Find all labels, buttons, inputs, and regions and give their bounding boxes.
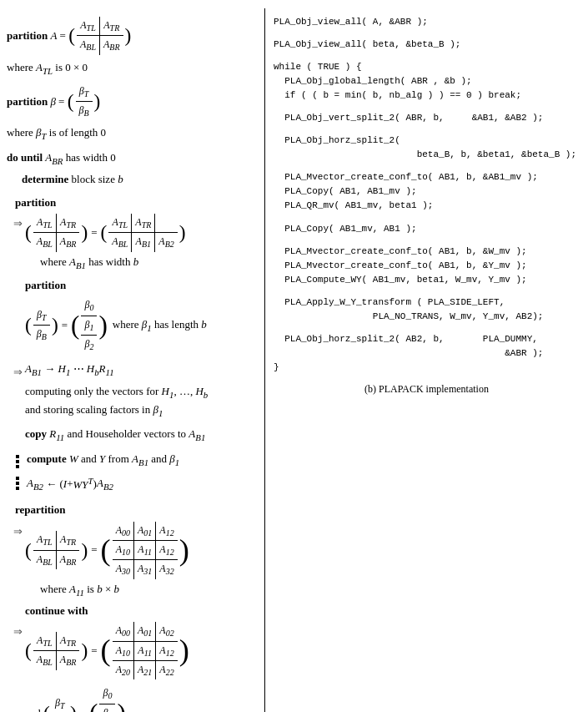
partition-a-label: partition A = ( ATL ATR ABL ABR ) xyxy=(7,17,256,55)
step2-row: ( βT βB ) = ( β0 β1 β2 ) where β1 has le… xyxy=(10,295,256,356)
code-line: PLA_Obj_horz_split_2( AB2, b, PLA_DUMMY, xyxy=(274,332,580,346)
code-line: &ABR ); xyxy=(274,346,580,361)
copy-line: copy R11 and Householder vectors to AB1 xyxy=(25,426,256,444)
code-line xyxy=(274,29,580,38)
code-line: beta_B, b, &beta1, &beta_B ); xyxy=(274,148,580,162)
code-line: PLA_Apply_W_Y_transform ( PLA_SIDE_LEFT, xyxy=(274,295,580,310)
code-line: PLA_Copy( AB1_mv, AB1 ); xyxy=(274,222,580,236)
code-line xyxy=(274,52,580,60)
right-panel: PLA_Obj_view_all( A, &ABR );PLA_Obj_view… xyxy=(265,8,588,712)
right-caption: (b) PLAPACK implementation xyxy=(274,381,580,397)
code-line: PLA_Obj_vert_split_2( ABR, b, &AB1, &AB2… xyxy=(274,111,580,125)
code-line xyxy=(274,236,580,245)
code-line: } xyxy=(274,361,580,375)
step4-row: compute W and Y from AB1 and β1 xyxy=(10,451,256,469)
storing-line: and storing scaling factors in β1 xyxy=(25,401,256,420)
code-line xyxy=(274,287,580,295)
where-a11: where A11 is b × b xyxy=(40,581,256,599)
code-line xyxy=(274,162,580,170)
where-a-tl: where ATL is 0 × 0 xyxy=(7,59,256,78)
repartition-label: repartition xyxy=(15,502,256,518)
where-beta-t: where βT is of length 0 xyxy=(7,124,256,143)
code-line: PLA_Mvector_create_conf_to( AB1, b, &AB1… xyxy=(274,170,580,184)
code-line: PLA_Obj_view_all( beta, &beta_B ); xyxy=(274,38,580,52)
code-line xyxy=(274,125,580,134)
code-line: PLA_NO_TRANS, W_mv, Y_mv, AB2); xyxy=(274,310,580,324)
code-line: PLA_Mvector_create_conf_to( AB1, b, &W_m… xyxy=(274,245,580,259)
code-line xyxy=(274,214,580,222)
code-line: PLA_Obj_horz_split_2( xyxy=(274,134,580,148)
inner-partition-label: partition xyxy=(15,194,256,211)
code-line: while ( TRUE ) { xyxy=(274,60,580,74)
code-line: PLA_Mvector_create_conf_to( AB1, b, &Y_m… xyxy=(274,259,580,273)
left-panel: partition A = ( ATL ATR ABL ABR ) where … xyxy=(0,8,265,712)
determine-line: determine block size b xyxy=(22,171,256,188)
code-line: PLA_Compute_WY( AB1_mv, beta1, W_mv, Y_m… xyxy=(274,273,580,287)
code-line: if ( ( b = min( b, nb_alg ) ) == 0 ) bre… xyxy=(274,88,580,103)
step1-row: ⇒ ( ATL ATR ABL ABR ) = xyxy=(10,212,256,272)
inner-partition-beta: partition xyxy=(25,277,256,294)
code-line xyxy=(274,324,580,332)
where-a-b1: where AB1 has width b xyxy=(40,254,256,272)
code-line: PLA_Obj_view_all( A, &ABR ); xyxy=(274,15,580,29)
code-block: PLA_Obj_view_all( A, &ABR );PLA_Obj_view… xyxy=(274,15,580,375)
code-line: PLA_Obj_global_length( ABR , &b ); xyxy=(274,74,580,88)
step7-row: ⇒ ( ATL ATR ABL ABR ) = xyxy=(10,620,256,681)
do-until-line: do until ABR has width 0 xyxy=(7,149,256,168)
step5-row: AB2 ← (I + WYT)AB2 xyxy=(10,472,256,495)
step3-row: ⇒ AB1 → H1 ⋯ HbR11 xyxy=(10,361,256,381)
continue-with-label: continue with xyxy=(25,603,256,619)
and-beta-line: and ( βT βB ) = ( β0 β1 β2 ) xyxy=(25,684,256,712)
code-line: PLA_Copy( AB1, AB1_mv ); xyxy=(274,184,580,199)
step6-row: ⇒ ( ATL ATR ABL ABR ) = xyxy=(10,520,256,599)
partition-beta-label: partition β = ( βT βB ) xyxy=(7,83,256,121)
computing-line: computing only the vectors for H1, …, Hb xyxy=(25,383,256,401)
code-line: PLA_QR_mv( AB1_mv, beta1 ); xyxy=(274,199,580,213)
code-line xyxy=(274,103,580,111)
